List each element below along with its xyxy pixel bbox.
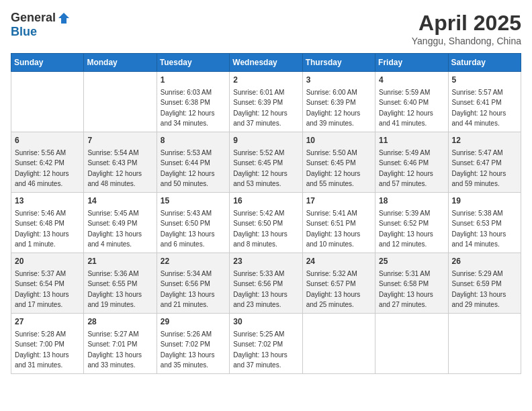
day-info: Sunrise: 5:26 AM Sunset: 7:02 PM Dayligh… — [161, 330, 215, 369]
calendar-cell: 12Sunrise: 5:47 AM Sunset: 6:47 PM Dayli… — [448, 132, 521, 193]
day-number: 14 — [87, 195, 152, 207]
calendar-week-row: 20Sunrise: 5:37 AM Sunset: 6:54 PM Dayli… — [11, 253, 521, 314]
page-header: General Blue April 2025 Yanggu, Shandong… — [11, 11, 521, 46]
weekday-header-thursday: Thursday — [302, 54, 375, 72]
calendar-cell: 21Sunrise: 5:36 AM Sunset: 6:55 PM Dayli… — [84, 253, 157, 314]
day-number: 21 — [87, 256, 152, 267]
logo-blue-text: Blue — [11, 25, 37, 39]
day-number: 5 — [452, 75, 517, 86]
calendar-cell: 10Sunrise: 5:50 AM Sunset: 6:45 PM Dayli… — [302, 132, 375, 193]
day-number: 26 — [452, 256, 517, 267]
day-info: Sunrise: 5:36 AM Sunset: 6:55 PM Dayligh… — [87, 270, 142, 309]
calendar-cell: 11Sunrise: 5:49 AM Sunset: 6:46 PM Dayli… — [375, 132, 448, 193]
calendar-cell: 15Sunrise: 5:43 AM Sunset: 6:50 PM Dayli… — [157, 193, 229, 253]
day-info: Sunrise: 5:46 AM Sunset: 6:48 PM Dayligh… — [15, 210, 69, 248]
calendar-cell — [302, 314, 375, 374]
day-info: Sunrise: 5:34 AM Sunset: 6:56 PM Dayligh… — [161, 270, 215, 309]
weekday-header-wednesday: Wednesday — [230, 54, 302, 72]
day-number: 4 — [379, 75, 444, 86]
weekday-header-monday: Monday — [84, 54, 157, 72]
day-info: Sunrise: 5:43 AM Sunset: 6:50 PM Dayligh… — [161, 210, 215, 248]
day-info: Sunrise: 5:38 AM Sunset: 6:53 PM Dayligh… — [452, 210, 506, 248]
calendar-cell: 25Sunrise: 5:31 AM Sunset: 6:58 PM Dayli… — [375, 253, 448, 314]
weekday-header-sunday: Sunday — [11, 54, 84, 72]
calendar-cell: 5Sunrise: 5:57 AM Sunset: 6:41 PM Daylig… — [448, 72, 521, 132]
calendar-cell: 24Sunrise: 5:32 AM Sunset: 6:57 PM Dayli… — [302, 253, 375, 314]
day-info: Sunrise: 5:27 AM Sunset: 7:01 PM Dayligh… — [87, 330, 142, 369]
calendar-cell: 2Sunrise: 6:01 AM Sunset: 6:39 PM Daylig… — [230, 72, 302, 132]
day-info: Sunrise: 5:31 AM Sunset: 6:58 PM Dayligh… — [379, 270, 433, 309]
calendar-cell: 30Sunrise: 5:25 AM Sunset: 7:02 PM Dayli… — [230, 314, 302, 374]
calendar-cell: 28Sunrise: 5:27 AM Sunset: 7:01 PM Dayli… — [84, 314, 157, 374]
day-info: Sunrise: 5:29 AM Sunset: 6:59 PM Dayligh… — [452, 270, 506, 309]
day-number: 18 — [379, 195, 444, 207]
calendar-cell: 3Sunrise: 6:00 AM Sunset: 6:39 PM Daylig… — [302, 72, 375, 132]
day-number: 2 — [233, 75, 298, 86]
day-number: 11 — [379, 135, 444, 146]
day-number: 25 — [379, 256, 444, 267]
calendar-cell — [84, 72, 157, 132]
day-info: Sunrise: 5:37 AM Sunset: 6:54 PM Dayligh… — [15, 270, 69, 309]
calendar-cell: 13Sunrise: 5:46 AM Sunset: 6:48 PM Dayli… — [11, 193, 84, 253]
calendar-week-row: 27Sunrise: 5:28 AM Sunset: 7:00 PM Dayli… — [11, 314, 521, 374]
day-number: 3 — [306, 75, 371, 86]
day-info: Sunrise: 5:56 AM Sunset: 6:42 PM Dayligh… — [15, 149, 69, 188]
calendar-cell — [448, 314, 521, 374]
day-number: 1 — [161, 75, 226, 86]
day-number: 24 — [306, 256, 371, 267]
day-info: Sunrise: 5:39 AM Sunset: 6:52 PM Dayligh… — [379, 210, 433, 248]
day-number: 13 — [15, 195, 80, 207]
weekday-header-tuesday: Tuesday — [157, 54, 229, 72]
day-number: 16 — [233, 195, 298, 207]
logo: General Blue — [11, 11, 71, 39]
day-info: Sunrise: 5:41 AM Sunset: 6:51 PM Dayligh… — [306, 210, 361, 248]
day-info: Sunrise: 5:53 AM Sunset: 6:44 PM Dayligh… — [161, 149, 215, 188]
calendar-cell: 17Sunrise: 5:41 AM Sunset: 6:51 PM Dayli… — [302, 193, 375, 253]
day-number: 15 — [161, 195, 226, 207]
calendar-cell: 29Sunrise: 5:26 AM Sunset: 7:02 PM Dayli… — [157, 314, 229, 374]
logo-icon — [57, 11, 71, 25]
day-number: 20 — [15, 256, 80, 267]
day-info: Sunrise: 5:28 AM Sunset: 7:00 PM Dayligh… — [15, 330, 69, 369]
day-info: Sunrise: 5:59 AM Sunset: 6:40 PM Dayligh… — [379, 89, 433, 128]
calendar-week-row: 13Sunrise: 5:46 AM Sunset: 6:48 PM Dayli… — [11, 193, 521, 253]
day-info: Sunrise: 5:32 AM Sunset: 6:57 PM Dayligh… — [306, 270, 361, 309]
day-number: 22 — [161, 256, 226, 267]
calendar-week-row: 6Sunrise: 5:56 AM Sunset: 6:42 PM Daylig… — [11, 132, 521, 193]
day-number: 8 — [161, 135, 226, 146]
logo-general-text: General — [11, 11, 56, 25]
calendar-cell: 4Sunrise: 5:59 AM Sunset: 6:40 PM Daylig… — [375, 72, 448, 132]
day-number: 30 — [233, 316, 298, 328]
day-number: 28 — [87, 316, 152, 328]
calendar-cell: 19Sunrise: 5:38 AM Sunset: 6:53 PM Dayli… — [448, 193, 521, 253]
day-number: 27 — [15, 316, 80, 328]
calendar-cell: 14Sunrise: 5:45 AM Sunset: 6:49 PM Dayli… — [84, 193, 157, 253]
calendar-cell: 18Sunrise: 5:39 AM Sunset: 6:52 PM Dayli… — [375, 193, 448, 253]
weekday-header-friday: Friday — [375, 54, 448, 72]
calendar-table: SundayMondayTuesdayWednesdayThursdayFrid… — [11, 53, 521, 374]
day-number: 29 — [161, 316, 226, 328]
day-number: 12 — [452, 135, 517, 146]
day-number: 17 — [306, 195, 371, 207]
calendar-cell: 9Sunrise: 5:52 AM Sunset: 6:45 PM Daylig… — [230, 132, 302, 193]
calendar-cell: 1Sunrise: 6:03 AM Sunset: 6:38 PM Daylig… — [157, 72, 229, 132]
calendar-cell: 16Sunrise: 5:42 AM Sunset: 6:50 PM Dayli… — [230, 193, 302, 253]
day-info: Sunrise: 5:45 AM Sunset: 6:49 PM Dayligh… — [87, 210, 142, 248]
svg-marker-0 — [58, 13, 69, 24]
day-info: Sunrise: 5:25 AM Sunset: 7:02 PM Dayligh… — [233, 330, 287, 369]
location-title: Yanggu, Shandong, China — [412, 36, 521, 46]
calendar-cell: 22Sunrise: 5:34 AM Sunset: 6:56 PM Dayli… — [157, 253, 229, 314]
calendar-cell — [375, 314, 448, 374]
calendar-cell: 27Sunrise: 5:28 AM Sunset: 7:00 PM Dayli… — [11, 314, 84, 374]
day-number: 19 — [452, 195, 517, 207]
calendar-cell — [11, 72, 84, 132]
weekday-header-row: SundayMondayTuesdayWednesdayThursdayFrid… — [11, 54, 521, 72]
day-info: Sunrise: 5:49 AM Sunset: 6:46 PM Dayligh… — [379, 149, 433, 188]
day-info: Sunrise: 5:33 AM Sunset: 6:56 PM Dayligh… — [233, 270, 287, 309]
day-info: Sunrise: 6:00 AM Sunset: 6:39 PM Dayligh… — [306, 89, 361, 128]
day-number: 7 — [87, 135, 152, 146]
calendar-week-row: 1Sunrise: 6:03 AM Sunset: 6:38 PM Daylig… — [11, 72, 521, 132]
calendar-cell: 8Sunrise: 5:53 AM Sunset: 6:44 PM Daylig… — [157, 132, 229, 193]
day-number: 9 — [233, 135, 298, 146]
weekday-header-saturday: Saturday — [448, 54, 521, 72]
